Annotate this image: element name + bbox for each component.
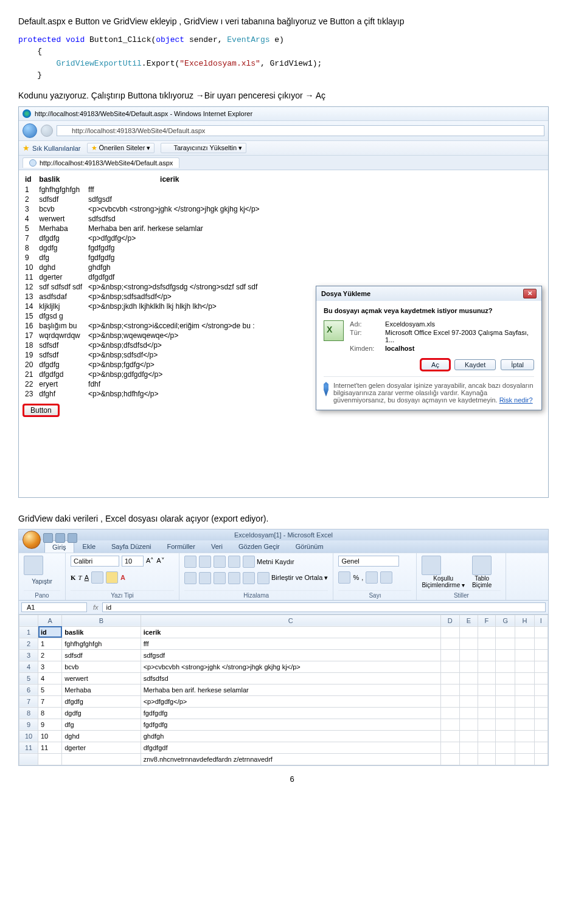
- cell[interactable]: [515, 707, 534, 719]
- col-header[interactable]: F: [478, 615, 495, 626]
- cell[interactable]: [515, 753, 534, 765]
- formula-input[interactable]: id: [102, 602, 546, 612]
- cell[interactable]: [478, 742, 495, 753]
- cell[interactable]: [496, 719, 515, 730]
- cell[interactable]: [478, 638, 495, 649]
- cell[interactable]: dfgdfg: [62, 695, 141, 707]
- cell[interactable]: [459, 638, 478, 649]
- browser-tab[interactable]: http://localhost:49183/WebSite4/Default.…: [23, 157, 179, 168]
- cell[interactable]: [496, 730, 515, 742]
- close-icon[interactable]: ✕: [523, 289, 537, 298]
- cell[interactable]: fgdfgdfg: [141, 707, 440, 719]
- cell[interactable]: 9: [38, 719, 62, 730]
- export-button[interactable]: Button: [24, 405, 58, 416]
- cell[interactable]: [478, 719, 495, 730]
- cell[interactable]: [440, 684, 459, 695]
- cell[interactable]: [478, 695, 495, 707]
- row-header[interactable]: [19, 753, 38, 765]
- cell[interactable]: sdfsdf: [62, 649, 141, 661]
- cell[interactable]: [496, 626, 515, 638]
- row-header[interactable]: 7: [19, 695, 38, 707]
- cell[interactable]: [496, 661, 515, 672]
- align-center-icon[interactable]: [199, 572, 211, 584]
- inc-decimal-icon[interactable]: [366, 571, 378, 584]
- qat-undo-icon[interactable]: [55, 533, 65, 543]
- bold-icon[interactable]: K: [71, 574, 76, 581]
- align-top-icon[interactable]: [184, 556, 196, 568]
- cell[interactable]: [440, 626, 459, 638]
- col-header[interactable]: E: [459, 615, 478, 626]
- col-header[interactable]: [19, 615, 38, 626]
- cell[interactable]: [496, 649, 515, 661]
- cell[interactable]: [515, 730, 534, 742]
- cell[interactable]: 4: [38, 672, 62, 684]
- cell[interactable]: werwert: [62, 672, 141, 684]
- cell[interactable]: Merhaba ben arif. herkese selamlar: [141, 684, 440, 695]
- cells-grid[interactable]: ABCDEFGHI 1idbaslikicerik21fghfhgfghfghf…: [19, 615, 548, 765]
- underline-icon[interactable]: A: [85, 574, 89, 581]
- align-bot-icon[interactable]: [214, 556, 226, 568]
- cell[interactable]: [496, 753, 515, 765]
- row-header[interactable]: 10: [19, 730, 38, 742]
- cell[interactable]: dgerter: [62, 742, 141, 753]
- tab-insert[interactable]: Ekle: [75, 540, 103, 553]
- risk-link[interactable]: Risk nedir?: [499, 396, 533, 404]
- cell[interactable]: [478, 707, 495, 719]
- cell[interactable]: dghd: [62, 730, 141, 742]
- cell[interactable]: [496, 707, 515, 719]
- cell[interactable]: [534, 695, 548, 707]
- cell[interactable]: [496, 684, 515, 695]
- cond-format[interactable]: KoşulluBiçimlendirme ▾: [422, 556, 465, 588]
- cell[interactable]: [459, 753, 478, 765]
- col-header[interactable]: H: [515, 615, 534, 626]
- cell[interactable]: [478, 649, 495, 661]
- font-combo[interactable]: Calibri: [71, 556, 119, 567]
- cell[interactable]: [534, 638, 548, 649]
- cell[interactable]: [459, 626, 478, 638]
- cell[interactable]: dgdfg: [62, 707, 141, 719]
- format-table[interactable]: TabloBiçimle: [472, 556, 492, 588]
- number-format-combo[interactable]: Genel: [338, 556, 399, 567]
- suggested-sites[interactable]: ★Önerilen Siteler ▾: [87, 143, 155, 153]
- cell[interactable]: [459, 707, 478, 719]
- cell[interactable]: sdfgsdf: [141, 649, 440, 661]
- back-button[interactable]: [23, 123, 37, 138]
- cell[interactable]: [478, 626, 495, 638]
- cell[interactable]: [534, 672, 548, 684]
- cell[interactable]: [534, 649, 548, 661]
- cell[interactable]: [515, 638, 534, 649]
- indent-dec-icon[interactable]: [228, 572, 240, 584]
- cell[interactable]: icerik: [141, 626, 440, 638]
- cell[interactable]: [478, 661, 495, 672]
- col-header[interactable]: D: [440, 615, 459, 626]
- align-mid-icon[interactable]: [199, 556, 211, 568]
- border-icon[interactable]: [91, 571, 103, 584]
- office-button[interactable]: [23, 531, 41, 549]
- row-header[interactable]: 9: [19, 719, 38, 730]
- row-header[interactable]: 11: [19, 742, 38, 753]
- merge-icon[interactable]: [257, 572, 269, 584]
- align-left-icon[interactable]: [184, 572, 196, 584]
- cell[interactable]: [534, 742, 548, 753]
- row-header[interactable]: 8: [19, 707, 38, 719]
- cell[interactable]: [440, 730, 459, 742]
- cell[interactable]: [534, 753, 548, 765]
- cell[interactable]: [459, 719, 478, 730]
- cell[interactable]: [515, 661, 534, 672]
- cell[interactable]: [515, 684, 534, 695]
- name-box[interactable]: A1: [21, 602, 87, 612]
- row-header[interactable]: 1: [19, 626, 38, 638]
- qat-redo-icon[interactable]: [68, 533, 77, 543]
- cell[interactable]: [534, 661, 548, 672]
- cell[interactable]: [459, 742, 478, 753]
- cell[interactable]: ghdfgh: [141, 730, 440, 742]
- wrap-icon[interactable]: [243, 556, 255, 568]
- cell[interactable]: [478, 753, 495, 765]
- orientation-icon[interactable]: [228, 556, 240, 568]
- qat-save-icon[interactable]: [43, 533, 53, 543]
- cell[interactable]: <p>cvbcvbh <strong>jghk </strong>jhgk gk…: [141, 661, 440, 672]
- cell[interactable]: id: [38, 626, 62, 638]
- cell[interactable]: dfg: [62, 719, 141, 730]
- cell[interactable]: [496, 695, 515, 707]
- cell[interactable]: [515, 695, 534, 707]
